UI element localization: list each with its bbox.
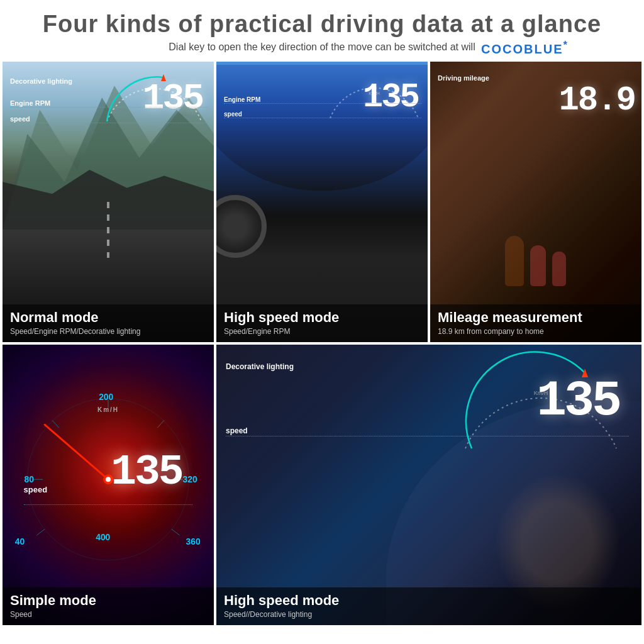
mode-desc-high1: Speed/Engine RPM <box>224 327 420 336</box>
mode-desc-mileage: 18.9 km from company to home <box>438 327 634 336</box>
card-high-speed-2: Km/H Decorative lighting 135 speed High … <box>216 345 641 625</box>
mode-desc-high2: Speed//Decorative lighting <box>224 610 634 619</box>
mode-title-mileage: Mileage measurement <box>438 309 634 326</box>
kmh-label-simple: Km/H <box>97 406 119 413</box>
svg-text:360: 360 <box>186 536 201 547</box>
card-high-speed-1: Km/H 135 Engine RPM speed High speed mod… <box>216 62 428 342</box>
card-normal-mode: Km/H 135 Decorative lighting Engine RPM … <box>3 62 214 342</box>
svg-line-13 <box>172 529 180 535</box>
page-header: Four kinds of practical driving data at … <box>0 0 644 59</box>
svg-line-12 <box>36 529 45 535</box>
deco-label-high2: Decorative lighting <box>226 362 294 371</box>
svg-text:400: 400 <box>96 532 110 542</box>
deco-label-normal: Decorative lighting <box>10 77 72 85</box>
svg-point-22 <box>106 477 111 482</box>
card-simple-mode: 80 200 320 360 40 400 Km/H 135 speed Sim… <box>3 345 214 625</box>
mode-title-high2: High speed mode <box>224 592 634 609</box>
card-grid: Km/H 135 Decorative lighting Engine RPM … <box>0 59 644 628</box>
speed-label-high2: speed <box>226 426 248 435</box>
speed-display-normal: 135 <box>143 80 203 117</box>
main-title: Four kinds of practical driving data at … <box>13 11 631 38</box>
mode-title-normal: Normal mode <box>10 309 206 326</box>
card-footer-high1: High speed mode Speed/Engine RPM <box>216 304 428 342</box>
mode-desc-normal: Speed/Engine RPM/Decorative lighting <box>10 327 206 336</box>
engine-label-high1: Engine RPM <box>224 96 260 103</box>
card-footer-high2: High speed mode Speed//Decorative lighti… <box>216 587 641 625</box>
engine-dotline <box>10 107 208 108</box>
card-footer-mileage: Mileage measurement 18.9 km from company… <box>430 304 641 342</box>
mode-desc-simple: Speed <box>10 610 206 619</box>
svg-text:40: 40 <box>15 536 25 547</box>
card-footer-normal: Normal mode Speed/Engine RPM/Decorative … <box>3 304 214 342</box>
speed-dotline <box>10 123 208 123</box>
brand-asterisk: * <box>564 39 569 51</box>
svg-line-11 <box>157 420 164 428</box>
speed-display-simple: 135 <box>111 451 182 494</box>
brand-name: COCOBLUE* <box>481 39 569 57</box>
speed-label-simple: speed <box>24 485 48 494</box>
speed-display-high2: 135 <box>536 376 619 426</box>
mode-title-high1: High speed mode <box>224 309 420 326</box>
speed-display-high1: 135 <box>363 80 418 114</box>
svg-line-20 <box>45 425 108 479</box>
svg-line-10 <box>52 420 59 428</box>
mileage-display: 18.9 <box>558 84 635 118</box>
card-mileage: Driving mileage 18.9 Mileage measurement… <box>430 62 641 342</box>
card-footer-simple: Simple mode Speed <box>3 587 214 625</box>
speed-label-normal: speed <box>10 115 30 123</box>
mode-title-simple: Simple mode <box>10 592 206 609</box>
svg-text:320: 320 <box>183 474 197 484</box>
svg-text:80: 80 <box>25 474 35 484</box>
engine-label-normal: Engine RPM <box>10 99 50 107</box>
driving-mileage-label: Driving mileage <box>438 74 489 82</box>
svg-text:200: 200 <box>99 392 113 402</box>
speed-label-high1: speed <box>224 111 242 118</box>
